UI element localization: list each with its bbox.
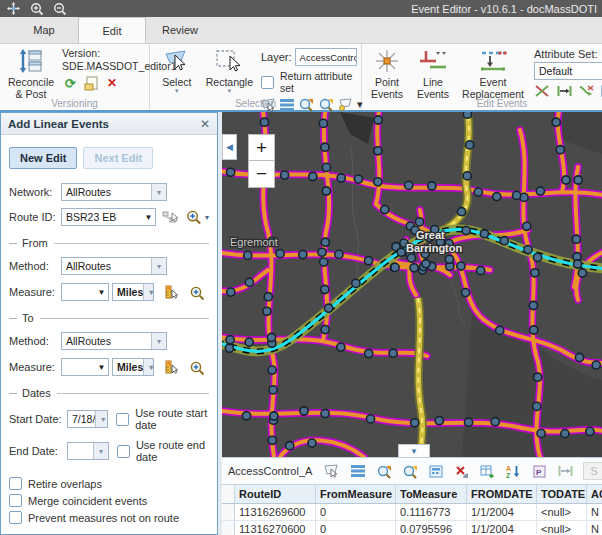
row-selector[interactable] [222, 504, 235, 520]
refresh-version-icon[interactable]: ⟳ [62, 76, 78, 91]
column-header[interactable]: TODATE [537, 485, 587, 503]
to-measure-dropdown-icon[interactable]: ▼ [95, 363, 108, 372]
from-measure-pick-icon[interactable] [163, 285, 179, 300]
from-method-select[interactable]: AllRoutes ▾ [61, 257, 167, 275]
network-select[interactable]: AllRoutes ▾ [61, 183, 167, 201]
table-delete-selected-icon[interactable] [453, 463, 470, 479]
reconcile-post-button[interactable]: Reconcile & Post [6, 47, 56, 101]
tab-map[interactable]: Map [10, 17, 78, 43]
return-attribute-set-checkbox[interactable] [261, 76, 274, 89]
select-route-on-map-icon[interactable] [162, 210, 178, 225]
next-edit-button[interactable]: Next Edit [83, 147, 153, 169]
table-save-button[interactable]: S [583, 462, 602, 480]
table-cell[interactable]: <null> [537, 504, 587, 520]
retire-overlaps-checkbox[interactable] [9, 477, 22, 490]
layer-select[interactable]: AccessControl_A ▾ [295, 48, 357, 66]
end-date-input[interactable]: ▾ [67, 442, 109, 460]
zoom-in-icon[interactable] [28, 1, 45, 17]
table-split-event-icon[interactable] [557, 463, 574, 479]
table-row[interactable]: 1131626960000.11167731/1/2004<null>N [222, 504, 602, 521]
from-measure-dropdown-icon[interactable]: ▼ [95, 288, 108, 297]
retire-event-icon[interactable] [578, 83, 594, 98]
table-show-selected-icon[interactable] [349, 463, 366, 479]
map-zoom-in-button[interactable]: + [248, 134, 275, 161]
table-field-calculator-icon[interactable] [427, 463, 444, 479]
from-measure-zoom-icon[interactable] [189, 285, 205, 300]
table-pan-to-selected-icon[interactable] [401, 463, 418, 479]
split-event-icon[interactable] [534, 83, 550, 98]
table-sort-icon[interactable]: AZ [505, 463, 522, 479]
event-replacement-button[interactable]: Event Replacement [460, 47, 526, 101]
to-units-select[interactable]: Miles ▾ [112, 358, 154, 376]
column-header[interactable]: FROMDATE [467, 485, 537, 503]
end-date-dropdown-icon[interactable]: ▾ [93, 443, 108, 459]
table-cell[interactable]: 11316269600 [235, 504, 316, 520]
from-method-dropdown-icon[interactable]: ▾ [151, 258, 166, 274]
table-zoom-to-selected-icon[interactable] [375, 463, 392, 479]
to-method-select[interactable]: AllRoutes ▾ [61, 332, 167, 350]
table-add-row-icon[interactable] [479, 463, 496, 479]
tab-review[interactable]: Review [146, 17, 214, 43]
select-dropdown-icon[interactable]: ▾ [175, 88, 179, 94]
to-method-dropdown-icon[interactable]: ▾ [151, 333, 166, 349]
table-edit-attributes-icon[interactable]: P [531, 463, 548, 479]
table-cell[interactable]: 0.1116773 [396, 504, 467, 520]
column-header[interactable]: FromMeasure [316, 485, 396, 503]
delete-version-icon[interactable]: ✕ [104, 76, 120, 91]
network-dropdown-icon[interactable]: ▾ [151, 184, 166, 200]
route-zoom-dropdown-icon[interactable]: ▾ [205, 213, 209, 222]
table-corner-cell[interactable] [222, 485, 235, 503]
table-cell[interactable]: 11316270600 [235, 521, 316, 535]
table-cell[interactable]: 1/1/2004 [467, 504, 537, 520]
route-id-select[interactable]: BSR23 EB ▼ [61, 208, 156, 226]
collapse-table-icon[interactable]: ▼ [398, 444, 430, 457]
from-units-dropdown-icon[interactable]: ▾ [143, 284, 154, 300]
to-units-dropdown-icon[interactable]: ▾ [143, 359, 154, 375]
panel-close-icon[interactable]: ✕ [200, 117, 210, 131]
zoom-out-icon[interactable] [51, 1, 68, 17]
table-cell[interactable]: 1/1/2004 [467, 521, 537, 535]
row-selector[interactable] [222, 521, 235, 535]
return-attribute-set-label: Return attribute set [280, 70, 357, 94]
table-select-by-shape-icon[interactable] [323, 463, 340, 479]
collapse-panel-icon[interactable]: ◀ [222, 134, 237, 160]
column-header[interactable]: ToMeasure [396, 485, 467, 503]
prevent-measures-checkbox[interactable] [9, 511, 22, 524]
tab-edit[interactable]: Edit [78, 17, 146, 43]
table-cell[interactable]: 0 [316, 521, 396, 535]
use-route-end-date-checkbox[interactable] [117, 445, 130, 458]
pan-icon[interactable] [5, 1, 22, 17]
table-cell[interactable]: <null> [537, 521, 587, 535]
table-cell[interactable]: N [587, 504, 602, 520]
merge-coincident-events-checkbox[interactable] [9, 494, 22, 507]
table-cell[interactable]: 0 [316, 504, 396, 520]
to-measure-input[interactable]: ▼ [61, 358, 109, 376]
rectangle-dropdown-icon[interactable]: ▾ [228, 88, 232, 94]
new-edit-button[interactable]: New Edit [9, 147, 77, 169]
to-measure-zoom-icon[interactable] [189, 360, 205, 375]
merge-event-icon[interactable] [556, 83, 572, 98]
to-measure-pick-icon[interactable] [163, 360, 179, 375]
table-row[interactable]: 1131627060000.07955961/1/2004<null>N [222, 521, 602, 535]
map-zoom-out-button[interactable]: − [248, 161, 275, 188]
attribute-table: RouteIDFromMeasureToMeasureFROMDATETODAT… [222, 484, 602, 535]
attribute-set-select[interactable]: Default ▾ [534, 62, 602, 80]
start-date-dropdown-icon[interactable]: ▾ [95, 411, 108, 427]
route-zoom-icon[interactable] [186, 210, 202, 225]
use-route-start-date-checkbox[interactable] [116, 413, 129, 426]
table-cell[interactable]: 0.0795596 [396, 521, 467, 535]
group-label-versioning: Versioning [0, 98, 149, 109]
column-header[interactable]: RouteID [235, 485, 316, 503]
table-cell[interactable]: N [587, 521, 602, 535]
point-events-label: Point Events [370, 76, 404, 100]
route-id-dropdown-icon[interactable]: ▼ [142, 213, 155, 222]
map-view[interactable]: Egremont Great Barrington ◀ + − ▼ [222, 112, 602, 457]
point-events-button[interactable]: Point Events [368, 47, 406, 101]
new-version-icon[interactable] [83, 76, 99, 91]
line-events-button[interactable]: Line Events [414, 47, 452, 101]
column-header[interactable]: AC [587, 485, 602, 503]
from-units-select[interactable]: Miles ▾ [112, 283, 154, 301]
from-measure-input[interactable]: ▼ [61, 283, 109, 301]
start-date-input[interactable]: 7/18/ ▾ [67, 410, 108, 428]
use-route-start-date-label: Use route start date [135, 407, 209, 431]
